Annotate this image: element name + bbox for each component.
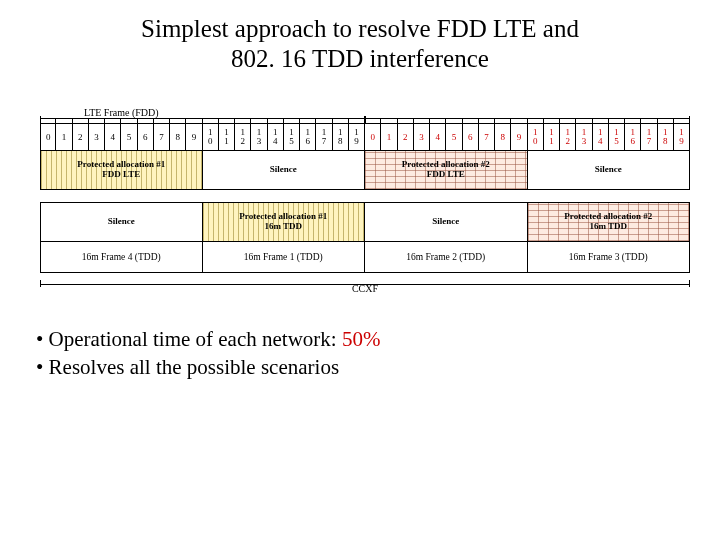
subframe-cell: 8 (495, 124, 511, 150)
subframe-cell: 18 (658, 124, 674, 150)
tdd-allocation-row: SilenceProtected allocation #1 16m TDDSi… (40, 202, 690, 242)
subframe-cell: 11 (544, 124, 560, 150)
subframe-cell: 3 (414, 124, 430, 150)
subframe-cell: 19 (349, 124, 365, 150)
bullet-1-text: Operational time of each network: (49, 327, 342, 351)
subframe-cell: 8 (170, 124, 186, 150)
bullet-2: Resolves all the possible scenarios (36, 353, 690, 381)
fdd-allocation-row: Protected allocation #1 FDD LTESilencePr… (40, 151, 690, 190)
subframe-cell: 13 (576, 124, 592, 150)
subframe-cell: 19 (674, 124, 690, 150)
bullet-1: Operational time of each network: 50% (36, 325, 690, 353)
allocation-cell: Protected allocation #1 FDD LTE (40, 151, 203, 189)
subframe-cell: 16 (625, 124, 641, 150)
frame-label-cell: 16m Frame 2 (TDD) (365, 242, 528, 272)
subframe-cell: 15 (284, 124, 300, 150)
subframe-cell: 18 (333, 124, 349, 150)
lte-frame-bracket: LTE Frame (FDD) (40, 101, 690, 123)
subframe-cell: 7 (154, 124, 170, 150)
subframe-cell: 10 (203, 124, 219, 150)
subframe-cell: 0 (40, 124, 56, 150)
allocation-cell: Protected allocation #1 16m TDD (203, 203, 366, 241)
subframe-cell: 0 (365, 124, 381, 150)
frame-label-cell: 16m Frame 3 (TDD) (528, 242, 691, 272)
allocation-cell: Protected allocation #2 FDD LTE (365, 151, 528, 189)
allocation-cell: Silence (203, 151, 366, 189)
subframe-cell: 15 (609, 124, 625, 150)
subframe-cell: 17 (316, 124, 332, 150)
allocation-cell: Protected allocation #2 16m TDD (528, 203, 691, 241)
subframe-cell: 12 (235, 124, 251, 150)
slide-title: Simplest approach to resolve FDD LTE and… (30, 14, 690, 73)
subframe-cell: 1 (381, 124, 397, 150)
subframe-cell: 13 (251, 124, 267, 150)
subframe-cell: 2 (73, 124, 89, 150)
subframe-cell: 4 (105, 124, 121, 150)
subframe-cell: 16 (300, 124, 316, 150)
bullet-list: Operational time of each network: 50% Re… (30, 325, 690, 382)
tdd-frame-label-row: 16m Frame 4 (TDD)16m Frame 1 (TDD)16m Fr… (40, 242, 690, 273)
title-line1: Simplest approach to resolve FDD LTE and (141, 15, 579, 42)
subframe-cell: 3 (89, 124, 105, 150)
allocation-cell: Silence (40, 203, 203, 241)
ccxf-bracket: CCXF (40, 273, 690, 297)
subframe-number-row: 0123456789101112131415161718190123456789… (40, 123, 690, 151)
lte-frame-label: LTE Frame (FDD) (40, 107, 203, 118)
subframe-cell: 9 (511, 124, 527, 150)
subframe-cell: 9 (186, 124, 202, 150)
subframe-cell: 4 (430, 124, 446, 150)
subframe-cell: 7 (479, 124, 495, 150)
bullet-1-percent: 50% (342, 327, 381, 351)
subframe-cell: 17 (641, 124, 657, 150)
subframe-cell: 10 (528, 124, 544, 150)
timing-diagram: LTE Frame (FDD) 012345678910111213141516… (40, 101, 690, 297)
subframe-cell: 6 (463, 124, 479, 150)
subframe-cell: 11 (219, 124, 235, 150)
subframe-cell: 12 (560, 124, 576, 150)
frame-label-cell: 16m Frame 4 (TDD) (40, 242, 203, 272)
subframe-cell: 14 (268, 124, 284, 150)
title-line2: 802. 16 TDD interference (231, 45, 489, 72)
subframe-cell: 5 (121, 124, 137, 150)
ccxf-label: CCXF (40, 283, 690, 294)
subframe-cell: 1 (56, 124, 72, 150)
gap (40, 190, 690, 202)
subframe-cell: 6 (138, 124, 154, 150)
allocation-cell: Silence (365, 203, 528, 241)
subframe-cell: 14 (593, 124, 609, 150)
frame-label-cell: 16m Frame 1 (TDD) (203, 242, 366, 272)
allocation-cell: Silence (528, 151, 691, 189)
subframe-cell: 5 (446, 124, 462, 150)
subframe-cell: 2 (398, 124, 414, 150)
